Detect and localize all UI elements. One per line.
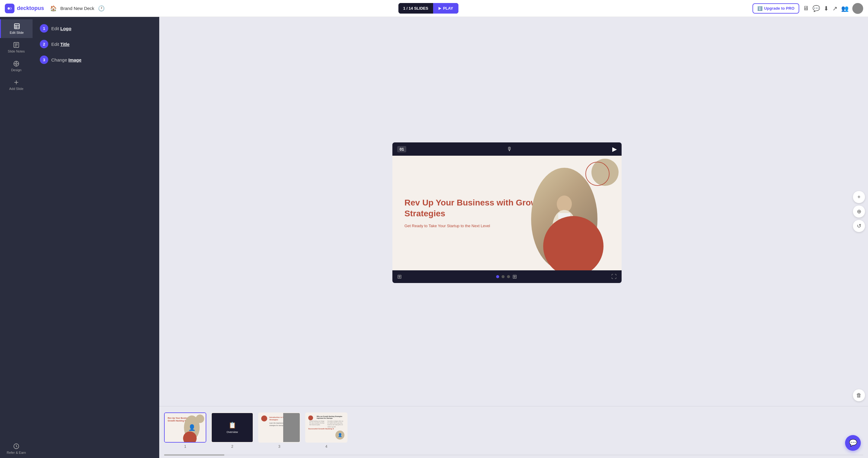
slide-text-area: Rev Up Your Business with Growth Hacking…	[392, 185, 434, 229]
slide-main-title: Rev Up Your Business with Growth Hacking…	[404, 197, 434, 219]
history-icon[interactable]: 🕐	[98, 5, 105, 12]
edit-title-label: Edit Title	[51, 42, 70, 47]
change-image-label: Change Image	[51, 57, 82, 62]
sidebar-item-add-slide[interactable]: Add Slide	[0, 75, 33, 94]
slide-content: Rev Up Your Business with Growth Hacking…	[392, 156, 434, 229]
add-slide-icon	[13, 79, 20, 86]
edit-title-item[interactable]: 2 Edit Title	[40, 40, 152, 48]
sidebar-add-slide-label: Add Slide	[9, 87, 23, 91]
change-image-number: 3	[40, 56, 48, 64]
topbar: decktopus 🏠 Brand New Deck 🕐 1 / 14 SLID…	[0, 0, 434, 17]
svg-rect-1	[14, 24, 19, 29]
edit-title-number: 2	[40, 40, 48, 48]
change-image-item[interactable]: 3 Change Image	[40, 56, 152, 64]
main-area: 01 🎙 ▶ Rev Up Your Business with Growth …	[159, 17, 434, 229]
slide-container: 01 🎙 ▶ Rev Up Your Business with Growth …	[392, 143, 434, 229]
play-btn-group: 1 / 14 SLIDES PLAY	[398, 3, 434, 13]
sidebar-edit-slide-label: Edit Slide	[10, 31, 24, 34]
slide-subtitle: Get Ready to Take Your Startup to the Ne…	[404, 223, 434, 229]
deck-name[interactable]: Brand New Deck	[60, 6, 94, 11]
home-icon[interactable]: 🏠	[50, 5, 57, 12]
design-icon	[13, 60, 20, 67]
play-button[interactable]: PLAY	[433, 3, 434, 13]
sidebar-item-edit-slide[interactable]: Edit Slide	[0, 19, 33, 38]
slide-count: 1 / 14 SLIDES	[398, 3, 433, 13]
logo-text: decktopus	[17, 5, 44, 11]
sidebar-design-label: Design	[11, 68, 22, 72]
slide-number: 01	[397, 146, 406, 152]
center-controls: 1 / 14 SLIDES PLAY	[108, 3, 434, 13]
edit-logo-label: Edit Logo	[51, 26, 71, 31]
sidebar-item-slide-notes[interactable]: Slide Notes	[0, 38, 33, 57]
sidebar-slide-notes-label: Slide Notes	[8, 50, 25, 53]
edit-panel: 1 Edit Logo 2 Edit Title 3 Change Image	[33, 17, 159, 229]
svg-point-10	[16, 63, 17, 65]
edit-slide-icon	[13, 23, 20, 30]
logo-icon	[5, 4, 14, 13]
slide-topbar: 01 🎙 ▶	[392, 143, 434, 156]
slide-preview-area: 01 🎙 ▶ Rev Up Your Business with Growth …	[159, 17, 434, 229]
sidebar: Edit Slide Slide Notes Design Add Slide …	[0, 17, 33, 229]
edit-logo-number: 1	[40, 24, 48, 33]
logo-area: decktopus	[5, 4, 44, 13]
sidebar-item-design[interactable]: Design	[0, 57, 33, 75]
svg-point-0	[7, 7, 10, 10]
slide-notes-icon	[13, 42, 20, 48]
edit-logo-item[interactable]: 1 Edit Logo	[40, 24, 152, 33]
